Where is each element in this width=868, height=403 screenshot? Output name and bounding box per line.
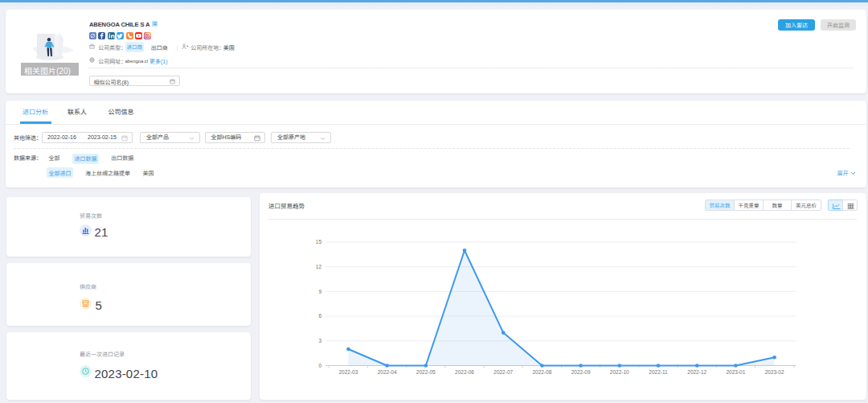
svg-text:2022-12: 2022-12 bbox=[687, 368, 706, 376]
svg-text:9: 9 bbox=[318, 287, 321, 295]
svg-text:2022-05: 2022-05 bbox=[416, 368, 436, 376]
svg-text:2022-10: 2022-10 bbox=[610, 368, 629, 376]
svg-text:2022-07: 2022-07 bbox=[493, 368, 513, 376]
svg-text:2022-04: 2022-04 bbox=[378, 368, 397, 376]
svg-text:2022-03: 2022-03 bbox=[338, 368, 358, 376]
svg-text:2023-01: 2023-01 bbox=[726, 368, 745, 376]
svg-text:2023-02: 2023-02 bbox=[765, 368, 784, 376]
svg-text:2022-09: 2022-09 bbox=[571, 368, 591, 376]
svg-text:12: 12 bbox=[316, 262, 322, 270]
svg-text:2022-08: 2022-08 bbox=[532, 368, 551, 376]
svg-text:15: 15 bbox=[316, 237, 322, 245]
svg-text:3: 3 bbox=[318, 336, 321, 344]
svg-text:2022-06: 2022-06 bbox=[455, 368, 474, 376]
svg-text:0: 0 bbox=[318, 361, 321, 369]
svg-text:6: 6 bbox=[318, 311, 321, 319]
svg-text:2022-11: 2022-11 bbox=[649, 368, 668, 376]
